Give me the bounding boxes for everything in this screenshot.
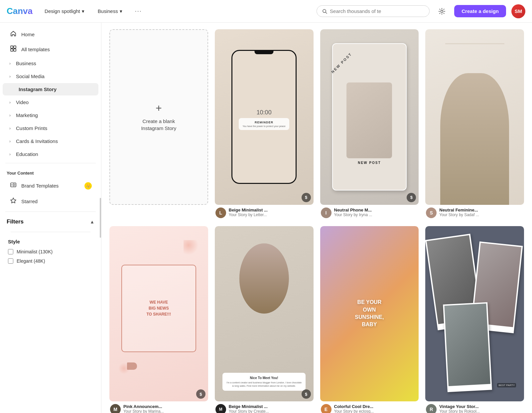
sidebar-instagram-story-label: Instagram Story (19, 86, 57, 92)
template-title-3: Neutral Feminine... (439, 207, 523, 212)
template-beige-minimalist[interactable]: 10:00 REMINDER You have the power to pro… (215, 29, 314, 219)
author-avatar-5: M (215, 404, 226, 413)
elegant-checkbox[interactable] (8, 258, 13, 264)
sidebar-education-label: Education (16, 151, 38, 157)
top-navigation: Canva Design spotlight ▾ Business ▾ ··· … (0, 0, 532, 23)
template-author-7: Your Story by Roksol... (439, 409, 523, 413)
style-elegant-option[interactable]: Elegant (48K) (7, 256, 94, 266)
main-layout: Home All templates › Business › Social M… (0, 23, 532, 413)
business-dropdown[interactable]: Business ▾ (94, 6, 126, 16)
canva-logo[interactable]: Canva (7, 6, 33, 16)
marketing-chevron-icon: › (9, 113, 11, 118)
template-info-6: E Colorful Cool Dre... Your Story by ecl… (320, 401, 419, 413)
author-avatar-2: I (321, 207, 332, 218)
your-content-label: Your Content (0, 166, 101, 178)
svg-point-8 (12, 185, 13, 186)
elegant-label: Elegant (48K) (17, 258, 45, 264)
brand-templates-badge: 👑 (84, 182, 92, 190)
filters-section: Filters ▲ Style Minimalist (130K) Elegan… (0, 214, 101, 267)
filters-header[interactable]: Filters ▲ (5, 214, 96, 229)
education-chevron-icon: › (9, 152, 11, 157)
cards-invitations-chevron-icon: › (9, 139, 11, 144)
sidebar-item-brand-templates[interactable]: Brand Templates 👑 (3, 178, 98, 193)
create-blank-card[interactable]: + Create a blank Instagram Story (109, 29, 208, 219)
template-info-5: M Beige Minimalist ... Your Story by Cre… (215, 401, 314, 413)
all-templates-icon (9, 46, 17, 53)
sidebar-item-all-templates[interactable]: All templates (3, 42, 98, 57)
template-author-1: Your Story by Letter... (229, 212, 313, 217)
template-author-6: Your Story by eclosq... (334, 409, 418, 413)
sidebar-all-templates-label: All templates (21, 47, 50, 52)
custom-prints-chevron-icon: › (9, 126, 11, 131)
filters-divider (11, 232, 90, 232)
colorful-thumb: BE YOUROWNSUNSHINE,BABY (320, 226, 419, 402)
sidebar-item-marketing[interactable]: › Marketing (3, 109, 98, 121)
author-avatar-6: E (321, 404, 332, 413)
create-blank-thumb[interactable]: + Create a blank Instagram Story (109, 29, 208, 205)
template-title-7: Vintage Your Stor... (439, 404, 523, 409)
style-section: Style Minimalist (130K) Elegant (48K) (5, 235, 96, 267)
template-colorful[interactable]: BE YOUROWNSUNSHINE,BABY E Colorful Cool … (320, 226, 419, 413)
sidebar-item-business[interactable]: › Business (3, 57, 98, 69)
template-title-1: Beige Minimalist ... (229, 207, 313, 212)
sidebar-cards-invitations-label: Cards & Invitations (16, 138, 58, 144)
design-spotlight-label: Design spotlight (45, 8, 80, 14)
sidebar: Home All templates › Business › Social M… (0, 23, 101, 413)
filters-title: Filters (7, 218, 24, 225)
template-beige-minimalist2[interactable]: Nice To Meet You! I'm a content creator … (215, 226, 314, 413)
sidebar-divider-2 (5, 211, 96, 212)
sidebar-starred-label: Starred (21, 199, 38, 204)
template-title-4: Pink Announcem... (123, 404, 207, 409)
template-pink-announcement[interactable]: WE HAVEBIG NEWSTO SHARE!!! $ M Pink Anno… (109, 226, 208, 413)
home-icon (9, 31, 17, 38)
neutral-phone-thumb: NEW POST NEW POST $ (320, 29, 419, 205)
svg-rect-6 (14, 49, 16, 51)
create-blank-label: Create a blank Instagram Story (141, 118, 176, 132)
template-info-1: L Beige Minimalist ... Your Story by Let… (215, 205, 314, 219)
template-title-2: Neutral Phone M... (334, 207, 418, 212)
author-avatar-7: R (426, 404, 437, 413)
template-title-6: Colorful Cool Dre... (334, 404, 418, 409)
template-info-3: S Neutral Feminine... Your Story by Sada… (425, 205, 524, 219)
more-options-button[interactable]: ··· (132, 6, 145, 17)
sidebar-item-education[interactable]: › Education (3, 148, 98, 160)
svg-rect-5 (11, 49, 13, 51)
sidebar-item-instagram-story[interactable]: Instagram Story (3, 83, 98, 95)
template-neutral-phone[interactable]: NEW POST NEW POST $ I Neutral Phone M...… (320, 29, 419, 219)
sidebar-item-custom-prints[interactable]: › Custom Prints (3, 122, 98, 134)
minimalist-checkbox[interactable] (8, 249, 13, 254)
vintage-thumb: BEST PARTY (425, 226, 524, 402)
svg-rect-3 (11, 46, 13, 48)
sidebar-marketing-label: Marketing (16, 112, 38, 118)
templates-grid: + Create a blank Instagram Story 10:00 R… (109, 29, 524, 413)
sidebar-item-cards-invitations[interactable]: › Cards & Invitations (3, 135, 98, 147)
sidebar-brand-templates-label: Brand Templates (21, 183, 59, 189)
template-neutral-feminine[interactable]: S Neutral Feminine... Your Story by Sada… (425, 29, 524, 219)
beige-minimalist2-thumb: Nice To Meet You! I'm a content creator … (215, 226, 314, 402)
business-chevron: ▾ (120, 8, 122, 14)
sidebar-video-label: Video (16, 99, 29, 105)
social-media-chevron-icon: › (9, 74, 11, 79)
template-author-3: Your Story by Sadaf ... (439, 212, 523, 217)
crown-icon: 👑 (86, 184, 91, 188)
sidebar-scrollbar[interactable] (100, 198, 101, 238)
sidebar-item-home[interactable]: Home (3, 27, 98, 42)
search-bar[interactable] (317, 5, 430, 17)
business-chevron-icon: › (9, 61, 11, 66)
sidebar-item-video[interactable]: › Video (3, 96, 98, 108)
sidebar-item-starred[interactable]: Starred (3, 194, 98, 209)
video-chevron-icon: › (9, 100, 11, 105)
design-spotlight-dropdown[interactable]: Design spotlight ▾ (41, 6, 88, 16)
user-avatar[interactable]: SM (511, 4, 525, 18)
search-input[interactable] (330, 8, 424, 14)
sidebar-divider-1 (5, 163, 96, 163)
sidebar-item-social-media[interactable]: › Social Media (3, 70, 98, 82)
sidebar-social-media-label: Social Media (16, 73, 45, 79)
template-author-5: Your Story by Create... (229, 409, 313, 413)
settings-button[interactable] (435, 4, 449, 18)
gear-icon (438, 8, 446, 15)
template-vintage[interactable]: BEST PARTY R Vintage Your Stor... Your S… (425, 226, 524, 413)
style-minimalist-option[interactable]: Minimalist (130K) (7, 247, 94, 256)
beige-minimalist-thumb: 10:00 REMINDER You have the power to pro… (215, 29, 314, 205)
create-design-button[interactable]: Create a design (454, 5, 506, 17)
